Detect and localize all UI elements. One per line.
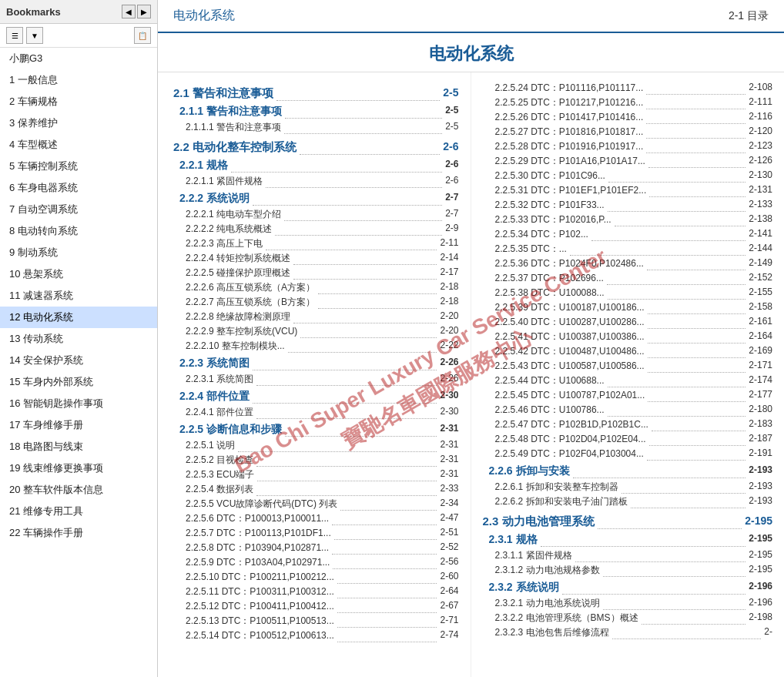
toc-row[interactable]: 2.1 警告和注意事项2-5 <box>173 86 459 101</box>
toc-row[interactable]: 2.2.5.11 DTC：P100311,P100312...2-64 <box>173 585 459 598</box>
toc-row[interactable]: 2.2.5.47 DTC：P102B1D,P102B1C...2-183 <box>483 418 773 431</box>
toc-row[interactable]: 2.2.5.24 DTC：P101116,P101117...2-108 <box>483 82 773 95</box>
toc-row[interactable]: 2.2.5.9 DTC：P103A04,P102971...2-56 <box>173 556 459 569</box>
toc-row[interactable]: 2.2.4 部件位置2-30 <box>173 390 459 404</box>
toc-row[interactable]: 2.2.5.12 DTC：P100411,P100412...2-67 <box>173 600 459 613</box>
sidebar-item-18[interactable]: 18 电路图与线束 <box>0 436 157 457</box>
sidebar-item-20[interactable]: 20 整车软件版本信息 <box>0 479 157 501</box>
toc-row[interactable]: 2.2.5 诊断信息和步骤2-31 <box>173 423 459 437</box>
toc-row[interactable]: 2.2.6.2 拆卸和安装电子油门踏板2-193 <box>483 495 773 508</box>
toc-row[interactable]: 2.2.5.7 DTC：P100113,P101DF1...2-51 <box>173 527 459 540</box>
toc-row[interactable]: 2.2.5.31 DTC：P101EF1,P101EF2...2-131 <box>483 184 773 197</box>
toc-row[interactable]: 2.2.2.9 整车控制系统(VCU)2-20 <box>173 325 459 338</box>
toc-row[interactable]: 2.2.5.8 DTC：P103904,P102871...2-52 <box>173 541 459 555</box>
toc-row[interactable]: 2.2.5.35 DTC：...2-144 <box>483 243 773 256</box>
toc-row[interactable]: 2.2.5.3 ECU端子2-31 <box>173 468 459 481</box>
toc-row[interactable]: 2.2.5.5 VCU故障诊断代码(DTC) 列表2-34 <box>173 498 459 511</box>
toc-row[interactable]: 2.2.2.7 高压互锁系统（B方案）2-18 <box>173 296 459 309</box>
toolbar-menu-btn[interactable]: ☰ <box>6 27 23 44</box>
toc-row[interactable]: 2.2.2.4 转矩控制系统概述2-14 <box>173 252 459 265</box>
toc-row[interactable]: 2.2.2.3 高压上下电2-11 <box>173 237 459 250</box>
toc-row[interactable]: 2.2.3 系统简图2-26 <box>173 357 459 370</box>
toc-row[interactable]: 2.2.6.1 拆卸和安装整车控制器2-193 <box>483 481 773 494</box>
toc-row[interactable]: 2.2.5.38 DTC：U100088...2-155 <box>483 287 773 300</box>
toc-row[interactable]: 2.3.2.2 电池管理系统（BMS）概述2-198 <box>483 612 773 625</box>
sidebar-item-16[interactable]: 16 智能钥匙操作事项 <box>0 393 157 414</box>
toc-row[interactable]: 2.3.1.1 紧固件规格2-195 <box>483 549 773 562</box>
toc-row[interactable]: 2.2.5.28 DTC：P101916,P101917...2-123 <box>483 140 773 153</box>
sidebar-item-17[interactable]: 17 车身维修手册 <box>0 414 157 436</box>
sidebar-item-8[interactable]: 8 电动转向系统 <box>0 220 157 242</box>
toc-row[interactable]: 2.2.5.43 DTC：U100587,U100586...2-171 <box>483 360 773 373</box>
toc-row[interactable]: 2.2.2.8 绝缘故障检测原理2-20 <box>173 310 459 323</box>
sidebar-nav-next[interactable]: ▶ <box>137 5 151 18</box>
toc-row[interactable]: 2.2.5.41 DTC：U100387,U100386...2-164 <box>483 330 773 344</box>
toc-row[interactable]: 2.2.1.1 紧固件规格2-6 <box>173 175 459 188</box>
toc-row[interactable]: 2.2.2.1 纯电动车型介绍2-7 <box>173 208 459 221</box>
toc-row[interactable]: 2.3.1 规格2-195 <box>483 533 773 547</box>
toc-row[interactable]: 2.2.6 拆卸与安装2-193 <box>483 464 773 478</box>
sidebar-item-9[interactable]: 9 制动系统 <box>0 242 157 263</box>
toc-row[interactable]: 2.3.2.1 动力电池系统说明2-196 <box>483 597 773 610</box>
sidebar-item-10[interactable]: 10 悬架系统 <box>0 263 157 285</box>
toc-row[interactable]: 2.2.5.13 DTC：P100511,P100513...2-71 <box>173 615 459 628</box>
toc-row[interactable]: 2.2.5.27 DTC：P101816,P101817...2-120 <box>483 126 773 139</box>
sidebar-item-5[interactable]: 5 车辆控制系统 <box>0 156 157 177</box>
toc-row[interactable]: 2.2.5.4 数据列表2-33 <box>173 483 459 496</box>
toc-row[interactable]: 2.2.5.40 DTC：U100287,U100286...2-161 <box>483 316 773 329</box>
sidebar-nav-prev[interactable]: ◀ <box>122 5 136 18</box>
toc-row[interactable]: 2.2.5.33 DTC：P102016,P...2-138 <box>483 213 773 226</box>
sidebar-item-19[interactable]: 19 线束维修更换事项 <box>0 457 157 479</box>
toc-row[interactable]: 2.2.5.34 DTC：P102...2-141 <box>483 228 773 241</box>
toc-row[interactable]: 2.3 动力电池管理系统2-195 <box>483 514 773 529</box>
sidebar-item-6[interactable]: 6 车身电器系统 <box>0 177 157 199</box>
toc-row[interactable]: 2.2.3.1 系统简图2-26 <box>173 373 459 386</box>
toc-row[interactable]: 2.3.2 系统说明2-196 <box>483 581 773 595</box>
sidebar-item-1[interactable]: 1 一般信息 <box>0 69 157 91</box>
toc-row[interactable]: 2.2.5.36 DTC：P1024F0,P102486...2-149 <box>483 257 773 270</box>
toc-row[interactable]: 2.2.5.44 DTC：U100688...2-174 <box>483 374 773 387</box>
toc-row[interactable]: 2.2.5.32 DTC：P101F33...2-133 <box>483 199 773 212</box>
toc-row[interactable]: 2.2.5.14 DTC：P100512,P100613...2-74 <box>173 629 459 642</box>
toc-row[interactable]: 2.2.5.45 DTC：U100787,P102A01...2-177 <box>483 389 773 402</box>
toc-row[interactable]: 2.2.5.2 目视检查2-31 <box>173 454 459 467</box>
toc-row[interactable]: 2.2.5.39 DTC：U100187,U100186...2-158 <box>483 301 773 314</box>
toc-row[interactable]: 2.2.2.2 纯电系统概述2-9 <box>173 223 459 236</box>
toc-row[interactable]: 2.2.2.5 碰撞保护原理概述2-17 <box>173 266 459 280</box>
toc-row[interactable]: 2.2.5.49 DTC：P102F04,P103004...2-191 <box>483 447 773 461</box>
toc-row[interactable]: 2.2 电动化整车控制系统2-6 <box>173 140 459 155</box>
toc-row[interactable]: 2.2.5.6 DTC：P100013,P100011...2-47 <box>173 512 459 525</box>
toc-row[interactable]: 2.1.1.1 警告和注意事项2-5 <box>173 121 459 134</box>
sidebar-item-15[interactable]: 15 车身内外部系统 <box>0 371 157 393</box>
toc-row[interactable]: 2.2.5.46 DTC：U100786...2-180 <box>483 404 773 417</box>
toc-row[interactable]: 2.2.1 规格2-6 <box>173 159 459 173</box>
toc-row[interactable]: 2.2.5.26 DTC：P101417,P101416...2-116 <box>483 111 773 124</box>
toc-row[interactable]: 2.2.2.10 整车控制模块...2-22 <box>173 340 459 353</box>
sidebar-item-0[interactable]: 小鹏G3 <box>0 48 157 69</box>
toc-row[interactable]: 2.2.5.1 说明2-31 <box>173 439 459 452</box>
toc-row[interactable]: 2.2.5.37 DTC：P102696...2-152 <box>483 272 773 285</box>
toc-row[interactable]: 2.3.1.2 动力电池规格参数2-195 <box>483 564 773 577</box>
toc-row[interactable]: 2.2.2.6 高压互锁系统（A方案）2-18 <box>173 281 459 294</box>
toc-row[interactable]: 2.3.2.3 电池包售后维修流程2- <box>483 626 773 639</box>
toc-row[interactable]: 2.2.5.10 DTC：P100211,P100212...2-60 <box>173 571 459 584</box>
toc-row[interactable]: 2.2.4.1 部件位置2-30 <box>173 406 459 419</box>
toc-row[interactable]: 2.2.5.29 DTC：P101A16,P101A17...2-126 <box>483 155 773 168</box>
toolbar-dropdown-btn[interactable]: ▼ <box>26 27 43 44</box>
toc-row[interactable]: 2.1.1 警告和注意事项2-5 <box>173 105 459 119</box>
sidebar-item-14[interactable]: 14 安全保护系统 <box>0 350 157 371</box>
sidebar-item-22[interactable]: 22 车辆操作手册 <box>0 522 157 544</box>
sidebar-item-7[interactable]: 7 自动空调系统 <box>0 199 157 220</box>
sidebar-item-4[interactable]: 4 车型概述 <box>0 134 157 156</box>
sidebar-item-11[interactable]: 11 减速器系统 <box>0 285 157 307</box>
sidebar-item-12[interactable]: 12 电动化系统 <box>0 307 157 328</box>
sidebar-item-2[interactable]: 2 车辆规格 <box>0 91 157 112</box>
toc-row[interactable]: 2.2.5.48 DTC：P102D04,P102E04...2-187 <box>483 433 773 446</box>
sidebar-item-3[interactable]: 3 保养维护 <box>0 112 157 134</box>
toc-row[interactable]: 2.2.5.30 DTC：P101C96...2-130 <box>483 169 773 183</box>
toolbar-extra-btn[interactable]: 📋 <box>134 27 151 44</box>
toc-row[interactable]: 2.2.5.42 DTC：U100487,U100486...2-169 <box>483 345 773 358</box>
toc-row[interactable]: 2.2.2 系统说明2-7 <box>173 192 459 206</box>
sidebar-item-13[interactable]: 13 传动系统 <box>0 328 157 350</box>
toc-row[interactable]: 2.2.5.25 DTC：P101217,P101216...2-111 <box>483 96 773 109</box>
